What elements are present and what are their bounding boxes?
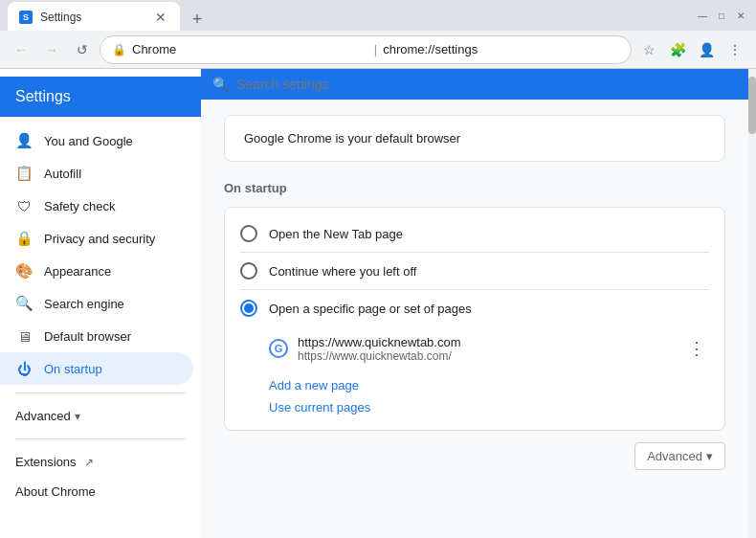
account-button[interactable]: 👤: [693, 36, 720, 63]
autofill-icon: 📋: [15, 165, 33, 182]
scrollbar-thumb: [748, 77, 756, 134]
main-panel: Google Chrome is your default browser On…: [201, 100, 748, 538]
browser-toolbar: ← → ↺ 🔒 Chrome | chrome://settings ☆ 🧩 👤…: [0, 31, 756, 69]
page-entry-url: https://www.quicknewtab.com: [298, 335, 675, 349]
sidebar-item-privacy-security[interactable]: 🔒 Privacy and security: [0, 222, 193, 255]
tab-favicon: S: [19, 11, 33, 24]
toolbar-actions: ☆ 🧩 👤 ⋮: [635, 36, 748, 63]
sidebar-item-default-browser[interactable]: 🖥 Default browser: [0, 320, 193, 352]
add-new-page-link[interactable]: Add a new page: [269, 378, 359, 392]
minimize-button[interactable]: —: [695, 8, 710, 23]
search-engine-icon: 🔍: [15, 295, 33, 312]
advanced-row: Advanced ▾: [224, 431, 725, 482]
settings-search-bar: 🔍: [201, 69, 748, 100]
you-google-icon: 👤: [15, 132, 33, 149]
search-settings-input[interactable]: [236, 77, 737, 92]
close-button[interactable]: ✕: [733, 8, 748, 23]
page-entry-sub-url: https://www.quicknewtab.com/: [298, 349, 675, 363]
sidebar-label-privacy-security: Privacy and security: [44, 232, 155, 246]
address-path: chrome://settings: [383, 42, 619, 56]
page-entry: G https://www.quicknewtab.com https://ww…: [225, 326, 724, 370]
privacy-icon: 🔒: [15, 230, 33, 247]
content-area: Settings 👤 You and Google 📋 Autofill 🛡 S…: [0, 69, 756, 538]
tab-close-button[interactable]: ✕: [153, 10, 168, 25]
sidebar-advanced-arrow: ▾: [75, 410, 80, 423]
default-browser-card: Google Chrome is your default browser: [224, 115, 725, 162]
safety-check-icon: 🛡: [15, 197, 33, 214]
on-startup-icon: ⏻: [15, 360, 33, 377]
sidebar-label-appearance: Appearance: [44, 264, 111, 279]
advanced-btn-arrow: ▾: [706, 449, 713, 463]
sidebar-label-search-engine: Search engine: [44, 297, 124, 311]
startup-option-specific-page[interactable]: Open a specific page or set of pages: [225, 290, 724, 326]
sidebar-item-search-engine[interactable]: 🔍 Search engine: [0, 287, 193, 320]
sidebar-label-safety-check: Safety check: [44, 199, 115, 213]
address-host: Chrome: [132, 42, 368, 56]
external-link-icon: ↗: [84, 456, 94, 469]
refresh-button[interactable]: ↺: [69, 36, 96, 63]
new-tab-button[interactable]: +: [184, 6, 211, 33]
extensions-label: Extensions: [15, 455, 77, 469]
tab-title-text: Settings: [40, 11, 145, 24]
sidebar-advanced-section[interactable]: Advanced ▾: [0, 401, 201, 431]
radio-new-tab: [240, 225, 257, 242]
radio-specific-page: [240, 300, 257, 317]
window-controls: — □ ✕: [695, 8, 748, 23]
sidebar-item-safety-check[interactable]: 🛡 Safety check: [0, 190, 193, 222]
radio-continue: [240, 262, 257, 280]
sidebar-divider-2: [15, 438, 186, 439]
sidebar-item-on-startup[interactable]: ⏻ On startup: [0, 352, 193, 385]
sidebar-item-you-google[interactable]: 👤 You and Google: [0, 124, 193, 157]
startup-option-continue-label: Continue where you left off: [269, 264, 416, 279]
google-g-icon: G: [269, 339, 288, 358]
settings-tab[interactable]: S Settings ✕: [8, 2, 180, 33]
advanced-dropdown-button[interactable]: Advanced ▾: [634, 442, 725, 470]
menu-button[interactable]: ⋮: [722, 36, 748, 63]
address-separator: |: [374, 42, 377, 56]
forward-button[interactable]: →: [38, 36, 65, 63]
sidebar-item-appearance[interactable]: 🎨 Appearance: [0, 255, 193, 287]
maximize-button[interactable]: □: [714, 8, 729, 23]
settings-sidebar: Settings 👤 You and Google 📋 Autofill 🛡 S…: [0, 69, 201, 538]
bookmark-star-button[interactable]: ☆: [635, 36, 662, 63]
extensions-button[interactable]: 🧩: [664, 36, 691, 63]
default-browser-text: Google Chrome is your default browser: [244, 131, 460, 146]
sidebar-label-you-google: You and Google: [44, 134, 133, 148]
page-entry-menu-button[interactable]: ⋮: [684, 334, 709, 363]
title-bar: S Settings ✕ + — □ ✕: [0, 0, 756, 31]
sidebar-advanced-label: Advanced: [15, 409, 71, 423]
use-current-pages-link[interactable]: Use current pages: [269, 400, 370, 415]
startup-option-continue[interactable]: Continue where you left off: [225, 253, 724, 289]
startup-option-new-tab-label: Open the New Tab page: [269, 227, 403, 241]
use-current-pages-row: Use current pages: [225, 400, 724, 422]
address-bar[interactable]: 🔒 Chrome | chrome://settings: [100, 35, 632, 64]
sidebar-label-autofill: Autofill: [44, 167, 81, 181]
advanced-btn-label: Advanced: [647, 449, 702, 463]
sidebar-extensions[interactable]: Extensions ↗: [0, 447, 201, 477]
page-entry-info: https://www.quicknewtab.com https://www.…: [298, 335, 675, 363]
on-startup-section: On startup Open the New Tab page Continu…: [224, 181, 725, 431]
action-links: Add a new page: [225, 370, 724, 400]
sidebar-header: Settings: [15, 88, 71, 104]
search-icon: 🔍: [212, 77, 229, 92]
startup-options-card: Open the New Tab page Continue where you…: [224, 207, 725, 431]
sidebar-about-chrome[interactable]: About Chrome: [0, 477, 201, 506]
sidebar-label-on-startup: On startup: [44, 362, 102, 376]
lock-icon: 🔒: [112, 43, 126, 56]
appearance-icon: 🎨: [15, 262, 33, 280]
radio-inner-dot: [244, 303, 254, 313]
sidebar-divider: [15, 392, 186, 393]
sidebar-item-autofill[interactable]: 📋 Autofill: [0, 157, 193, 190]
startup-option-specific-page-label: Open a specific page or set of pages: [269, 302, 472, 316]
default-browser-icon: 🖥: [15, 327, 33, 345]
back-button[interactable]: ←: [8, 36, 34, 63]
on-startup-section-title: On startup: [224, 181, 725, 195]
startup-option-new-tab[interactable]: Open the New Tab page: [225, 215, 724, 252]
right-scrollbar[interactable]: [748, 69, 756, 538]
sidebar-label-default-browser: Default browser: [44, 329, 131, 344]
